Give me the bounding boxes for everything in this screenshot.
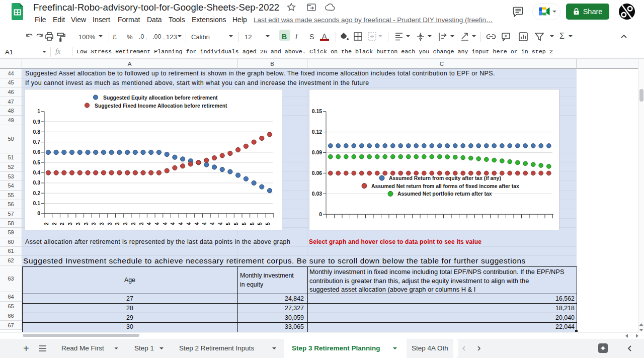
svg-text:4: 4 [186,222,192,225]
svg-text:3: 3 [107,222,113,225]
svg-text:5: 5 [242,222,247,225]
svg-text:4: 4 [210,222,215,225]
svg-text:3: 3 [75,222,81,225]
svg-text:1: 1 [37,109,40,114]
svg-text:4: 4 [202,222,207,225]
svg-text:0.12: 0.12 [312,129,322,135]
svg-text:0.9: 0.9 [33,119,41,125]
svg-text:0.3: 0.3 [33,180,41,186]
svg-text:3: 3 [67,222,73,225]
svg-text:Assumed Return from equity aft: Assumed Return from equity after tax (if… [389,175,501,181]
svg-text:4: 4 [154,222,160,225]
svg-text:4: 4 [218,222,223,225]
svg-text:0.15: 0.15 [312,109,322,114]
svg-text:0: 0 [37,211,40,216]
svg-text:Suggested Fixed Income Allocat: Suggested Fixed Income Allocation before… [95,103,227,109]
svg-text:0.7: 0.7 [33,139,41,145]
svg-text:2: 2 [52,222,57,225]
svg-text:3: 3 [115,222,120,225]
svg-text:3: 3 [84,222,89,225]
svg-text:3: 3 [131,222,136,225]
svg-text:0.2: 0.2 [33,191,41,196]
svg-text:4: 4 [194,222,200,225]
svg-text:5: 5 [233,222,239,225]
svg-text:3: 3 [123,222,128,225]
svg-text:2: 2 [59,222,65,225]
svg-text:5: 5 [265,222,271,225]
svg-text:2: 2 [44,222,49,225]
svg-text:4: 4 [163,222,168,225]
svg-text:0.03: 0.03 [312,191,322,197]
svg-text:0.6: 0.6 [33,149,41,155]
svg-text:5: 5 [257,222,263,225]
svg-text:3: 3 [99,222,105,225]
svg-text:0.4: 0.4 [33,170,41,175]
svg-text:4: 4 [146,222,152,225]
svg-text:3: 3 [139,222,144,225]
svg-text:0.5: 0.5 [33,160,41,165]
svg-text:Suggested Equity allocation be: Suggested Equity allocation before retir… [103,95,218,101]
svg-text:4: 4 [178,222,184,225]
svg-text:Assumed Net portfolio return a: Assumed Net portfolio return after tax [397,191,492,197]
svg-text:4: 4 [170,222,176,225]
svg-text:0.06: 0.06 [312,170,322,176]
svg-text:Assumed Net return from all fo: Assumed Net return from all forms of fix… [371,184,519,189]
svg-text:3: 3 [91,222,97,225]
svg-text:0.09: 0.09 [312,150,322,155]
svg-text:0.1: 0.1 [33,201,41,206]
svg-text:0: 0 [319,212,322,217]
svg-text:0.8: 0.8 [33,129,41,135]
svg-text:5: 5 [250,222,255,225]
svg-text:5: 5 [225,222,231,225]
